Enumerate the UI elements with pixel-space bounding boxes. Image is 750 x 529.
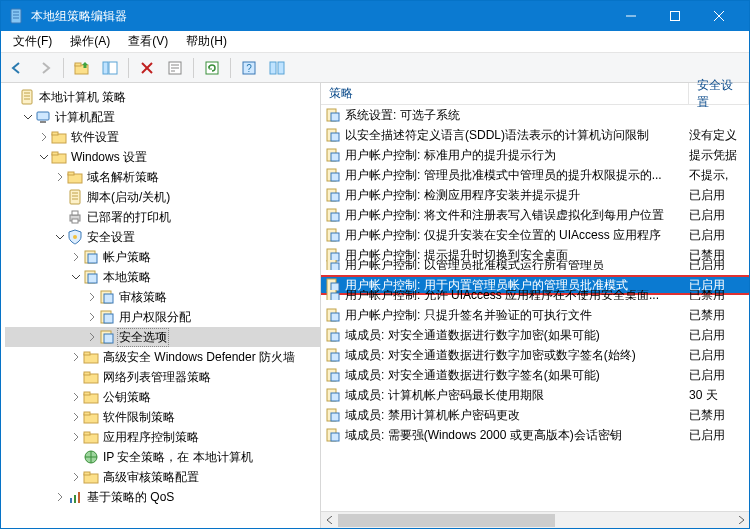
policy-icon bbox=[83, 249, 99, 265]
menu-action[interactable]: 操作(A) bbox=[62, 31, 118, 52]
policy-value: 已启用 bbox=[689, 327, 745, 344]
help-button[interactable]: ? bbox=[237, 56, 261, 80]
tree-node[interactable]: 软件设置 bbox=[5, 127, 320, 147]
list-row[interactable]: 用户帐户控制: 允许 UIAccess 应用程序在不使用安全桌面...已禁用 bbox=[321, 290, 749, 300]
twisty-icon[interactable] bbox=[53, 170, 67, 184]
twisty-icon[interactable] bbox=[85, 310, 99, 324]
tree-node[interactable]: 本地策略 bbox=[5, 267, 320, 287]
twisty-icon[interactable] bbox=[69, 470, 83, 484]
list-row[interactable]: 域成员: 对安全通道数据进行数字加密(如果可能)已启用 bbox=[321, 325, 749, 345]
twisty-icon[interactable] bbox=[37, 130, 51, 144]
tree-node[interactable]: IP 安全策略，在 本地计算机 bbox=[5, 447, 320, 467]
tree-label: 已部署的打印机 bbox=[87, 209, 171, 226]
close-button[interactable] bbox=[697, 1, 741, 31]
export-button[interactable] bbox=[265, 56, 289, 80]
tree-pane[interactable]: 本地计算机 策略计算机配置软件设置Windows 设置域名解析策略脚本(启动/关… bbox=[1, 83, 321, 528]
list-row[interactable]: 用户帐户控制: 仅提升安装在安全位置的 UIAccess 应用程序已启用 bbox=[321, 225, 749, 245]
menu-view[interactable]: 查看(V) bbox=[120, 31, 176, 52]
tree-node[interactable]: Windows 设置 bbox=[5, 147, 320, 167]
list-row[interactable]: 以安全描述符定义语言(SDDL)语法表示的计算机访问限制没有定义 bbox=[321, 125, 749, 145]
list-row[interactable]: 用户帐户控制: 检测应用程序安装并提示提升已启用 bbox=[321, 185, 749, 205]
svg-rect-68 bbox=[78, 492, 80, 503]
twisty-icon[interactable] bbox=[53, 230, 67, 244]
menu-help[interactable]: 帮助(H) bbox=[178, 31, 235, 52]
list-row[interactable]: 域成员: 禁用计算机帐户密码更改已禁用 bbox=[321, 405, 749, 425]
twisty-icon[interactable] bbox=[69, 270, 83, 284]
properties-button[interactable] bbox=[163, 56, 187, 80]
twisty-icon[interactable] bbox=[69, 430, 83, 444]
tree-node[interactable]: 用户权限分配 bbox=[5, 307, 320, 327]
list-row[interactable]: 用户帐户控制: 管理员批准模式中管理员的提升权限提示的...不提示, bbox=[321, 165, 749, 185]
tree-node[interactable]: 帐户策略 bbox=[5, 247, 320, 267]
menu-file[interactable]: 文件(F) bbox=[5, 31, 60, 52]
tree-node[interactable]: 基于策略的 QoS bbox=[5, 487, 320, 507]
refresh-button[interactable] bbox=[200, 56, 224, 80]
policy-label: 域成员: 对安全通道数据进行数字签名(如果可能) bbox=[345, 367, 689, 384]
twisty-icon[interactable] bbox=[85, 290, 99, 304]
twisty-icon[interactable] bbox=[69, 450, 83, 464]
policy-item-icon bbox=[325, 327, 341, 343]
tree-node[interactable]: 公钥策略 bbox=[5, 387, 320, 407]
show-hide-tree-button[interactable] bbox=[98, 56, 122, 80]
maximize-button[interactable] bbox=[653, 1, 697, 31]
up-button[interactable] bbox=[70, 56, 94, 80]
tree-node[interactable]: 应用程序控制策略 bbox=[5, 427, 320, 447]
column-policy[interactable]: 策略 bbox=[321, 83, 689, 104]
tree-node[interactable]: 安全选项 bbox=[5, 327, 320, 347]
twisty-icon[interactable] bbox=[21, 110, 35, 124]
tree-node[interactable]: 网络列表管理器策略 bbox=[5, 367, 320, 387]
list-row[interactable]: 域成员: 计算机帐户密码最长使用期限30 天 bbox=[321, 385, 749, 405]
twisty-icon[interactable] bbox=[5, 90, 19, 104]
svg-rect-5 bbox=[671, 12, 680, 21]
delete-button[interactable] bbox=[135, 56, 159, 80]
twisty-icon[interactable] bbox=[85, 330, 99, 344]
list-row[interactable]: 用户帐户控制: 将文件和注册表写入错误虚拟化到每用户位置已启用 bbox=[321, 205, 749, 225]
list-row[interactable]: 系统设置: 可选子系统 bbox=[321, 105, 749, 125]
scroll-track[interactable] bbox=[338, 512, 732, 529]
list-row[interactable]: 用户帐户控制: 标准用户的提升提示行为提示凭据 bbox=[321, 145, 749, 165]
list-row[interactable]: 域成员: 需要强(Windows 2000 或更高版本)会话密钥已启用 bbox=[321, 425, 749, 445]
twisty-icon[interactable] bbox=[37, 150, 51, 164]
scroll-right-button[interactable] bbox=[732, 512, 749, 529]
tree-node[interactable]: 本地计算机 策略 bbox=[5, 87, 320, 107]
tree-node[interactable]: 审核策略 bbox=[5, 287, 320, 307]
titlebar[interactable]: 本地组策略编辑器 bbox=[1, 1, 749, 31]
tree-node[interactable]: 已部署的打印机 bbox=[5, 207, 320, 227]
policy-label: 用户帐户控制: 检测应用程序安装并提示提升 bbox=[345, 187, 689, 204]
horizontal-scrollbar[interactable] bbox=[321, 511, 749, 528]
policy-item-icon bbox=[325, 347, 341, 363]
scroll-left-button[interactable] bbox=[321, 512, 338, 529]
tree-node[interactable]: 安全设置 bbox=[5, 227, 320, 247]
twisty-icon[interactable] bbox=[69, 250, 83, 264]
forward-button[interactable] bbox=[33, 56, 57, 80]
twisty-icon[interactable] bbox=[69, 350, 83, 364]
list-row[interactable]: 用户帐户控制: 只提升签名并验证的可执行文件已禁用 bbox=[321, 305, 749, 325]
twisty-icon[interactable] bbox=[69, 410, 83, 424]
tree-node[interactable]: 域名解析策略 bbox=[5, 167, 320, 187]
back-button[interactable] bbox=[5, 56, 29, 80]
policy-list[interactable]: 系统设置: 可选子系统以安全描述符定义语言(SDDL)语法表示的计算机访问限制没… bbox=[321, 105, 749, 511]
policy-label: 用户帐户控制: 将文件和注册表写入错误虚拟化到每用户位置 bbox=[345, 207, 689, 224]
scroll-thumb[interactable] bbox=[338, 514, 555, 527]
tree-node[interactable]: 高级安全 Windows Defender 防火墙 bbox=[5, 347, 320, 367]
list-row[interactable]: 域成员: 对安全通道数据进行数字加密或数字签名(始终)已启用 bbox=[321, 345, 749, 365]
list-row[interactable]: 域成员: 对安全通道数据进行数字签名(如果可能)已启用 bbox=[321, 365, 749, 385]
tree-node[interactable]: 计算机配置 bbox=[5, 107, 320, 127]
twisty-icon[interactable] bbox=[53, 490, 67, 504]
twisty-icon[interactable] bbox=[69, 390, 83, 404]
tree-node[interactable]: 脚本(启动/关机) bbox=[5, 187, 320, 207]
svg-rect-41 bbox=[72, 219, 78, 223]
tree-label: 应用程序控制策略 bbox=[103, 429, 199, 446]
folder-icon bbox=[83, 349, 99, 365]
twisty-icon[interactable] bbox=[69, 370, 83, 384]
policy-icon bbox=[99, 309, 115, 325]
tree-node[interactable]: 高级审核策略配置 bbox=[5, 467, 320, 487]
twisty-icon[interactable] bbox=[53, 190, 67, 204]
toolbar: ? bbox=[1, 53, 749, 83]
svg-rect-66 bbox=[70, 498, 72, 503]
minimize-button[interactable] bbox=[609, 1, 653, 31]
column-security[interactable]: 安全设置 bbox=[689, 83, 749, 104]
tree-node[interactable]: 软件限制策略 bbox=[5, 407, 320, 427]
twisty-icon[interactable] bbox=[53, 210, 67, 224]
list-row[interactable]: 用户帐户控制: 以管理员批准模式运行所有管理员已启用 bbox=[321, 260, 749, 270]
